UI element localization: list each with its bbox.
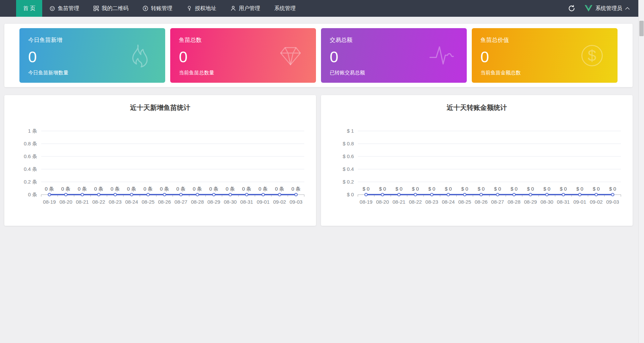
svg-text:09-02: 09-02 bbox=[273, 199, 286, 205]
stat-card-subtitle: 当前鱼苗总数量 bbox=[179, 70, 307, 76]
svg-text:¥: ¥ bbox=[144, 7, 147, 10]
stat-card-subtitle: 已转账交易总额 bbox=[330, 70, 458, 76]
nav-item-fish-fry-management[interactable]: 鱼苗管理 bbox=[42, 0, 86, 17]
svg-text:08-30: 08-30 bbox=[540, 199, 553, 205]
svg-text:0 条: 0 条 bbox=[275, 186, 284, 192]
svg-text:08-29: 08-29 bbox=[207, 199, 220, 205]
svg-text:0 条: 0 条 bbox=[45, 186, 54, 192]
svg-text:$ 0: $ 0 bbox=[395, 186, 402, 192]
svg-text:0 条: 0 条 bbox=[176, 186, 186, 192]
flame-icon bbox=[127, 43, 152, 68]
svg-text:09-03: 09-03 bbox=[289, 199, 302, 205]
line-chart-transfer-amount: $ 1$ 0.8$ 0.6$ 0.4$ 0.2$ 0$ 008-19$ 008-… bbox=[323, 121, 631, 229]
svg-text:0 条: 0 条 bbox=[193, 186, 202, 192]
nav-item-label: 转账管理 bbox=[151, 5, 172, 12]
nav-item-system-management[interactable]: 系统管理 bbox=[267, 0, 303, 17]
qrcode-icon bbox=[93, 5, 99, 11]
svg-text:08-25: 08-25 bbox=[458, 199, 471, 205]
svg-text:$ 0: $ 0 bbox=[511, 186, 518, 192]
svg-text:08-22: 08-22 bbox=[409, 199, 422, 205]
svg-text:$ 1: $ 1 bbox=[347, 128, 354, 134]
vertical-scrollbar[interactable] bbox=[638, 0, 644, 343]
nav-item-label: 我的二维码 bbox=[102, 5, 128, 12]
svg-text:0 条: 0 条 bbox=[292, 186, 301, 192]
svg-text:$ 0.8: $ 0.8 bbox=[343, 141, 354, 146]
svg-text:08-28: 08-28 bbox=[191, 199, 204, 205]
navbar-right: 系统管理员 bbox=[568, 0, 638, 17]
svg-text:$ 0: $ 0 bbox=[609, 186, 616, 192]
svg-text:0 条: 0 条 bbox=[28, 192, 37, 197]
svg-text:0 条: 0 条 bbox=[160, 186, 169, 192]
pulse-icon bbox=[429, 43, 454, 68]
svg-text:0 条: 0 条 bbox=[259, 186, 268, 192]
svg-text:08-25: 08-25 bbox=[142, 199, 154, 205]
svg-text:$ 0: $ 0 bbox=[363, 186, 370, 192]
svg-text:09-03: 09-03 bbox=[606, 199, 619, 205]
svg-text:0.8 条: 0.8 条 bbox=[24, 141, 37, 146]
user-menu[interactable]: 系统管理员 bbox=[585, 5, 630, 12]
svg-text:08-20: 08-20 bbox=[376, 199, 389, 205]
chart-title: 近十天转账金额统计 bbox=[321, 103, 633, 112]
stat-card-today-new-fry: 今日鱼苗新增 0 今日鱼苗新增数量 bbox=[19, 28, 165, 83]
stat-card-total-fry: 鱼苗总数 0 当前鱼苗总数量 bbox=[170, 28, 316, 83]
svg-text:0 条: 0 条 bbox=[143, 186, 153, 192]
dollar-circle-icon: $ bbox=[579, 43, 605, 68]
svg-text:$ 0.4: $ 0.4 bbox=[343, 166, 354, 172]
svg-text:0 条: 0 条 bbox=[78, 186, 87, 192]
nav-item-label: 授权地址 bbox=[195, 5, 216, 12]
svg-text:08-29: 08-29 bbox=[524, 199, 537, 205]
nav-item-my-qrcode[interactable]: 我的二维码 bbox=[86, 0, 135, 17]
svg-text:0 条: 0 条 bbox=[226, 186, 235, 192]
svg-text:0 条: 0 条 bbox=[94, 186, 104, 192]
svg-text:$ 0: $ 0 bbox=[347, 192, 354, 197]
svg-text:0 条: 0 条 bbox=[127, 186, 136, 192]
nav-item-label: 系统管理 bbox=[274, 5, 296, 12]
nav-item-home[interactable]: 首 页 bbox=[16, 0, 42, 17]
stat-card-subtitle: 今日鱼苗新增数量 bbox=[28, 70, 156, 76]
stat-cards-panel: 今日鱼苗新增 0 今日鱼苗新增数量 鱼苗总数 0 当前鱼苗总数量 交易总额 0 bbox=[4, 24, 633, 87]
svg-text:0.2 条: 0.2 条 bbox=[24, 179, 37, 185]
charts-row: 近十天新增鱼苗统计 1 条0.8 条0.6 条0.4 条0.2 条0 条0 条0… bbox=[4, 95, 633, 226]
diamond-icon bbox=[278, 43, 303, 68]
key-icon bbox=[186, 5, 192, 11]
svg-text:$ 0: $ 0 bbox=[593, 186, 600, 192]
svg-text:$ 0: $ 0 bbox=[527, 186, 534, 192]
svg-text:$ 0.6: $ 0.6 bbox=[343, 153, 354, 159]
svg-text:0 条: 0 条 bbox=[111, 186, 120, 192]
svg-text:08-21: 08-21 bbox=[76, 199, 88, 205]
yen-circle-icon: ¥ bbox=[142, 5, 148, 11]
top-navbar: 首 页 鱼苗管理 我的二维码 ¥ bbox=[0, 0, 638, 17]
nav-item-label: 鱼苗管理 bbox=[58, 5, 79, 12]
refresh-icon[interactable] bbox=[568, 5, 575, 12]
svg-text:09-01: 09-01 bbox=[573, 199, 586, 205]
username-label: 系统管理员 bbox=[595, 5, 622, 12]
nav-item-user-management[interactable]: 用户管理 bbox=[223, 0, 267, 17]
stat-card-total-transactions: 交易总额 0 已转账交易总额 bbox=[321, 28, 467, 83]
svg-text:08-27: 08-27 bbox=[491, 199, 504, 205]
svg-text:$ 0: $ 0 bbox=[412, 186, 419, 192]
svg-text:1 条: 1 条 bbox=[28, 128, 37, 134]
svg-text:08-23: 08-23 bbox=[426, 199, 438, 205]
svg-text:08-26: 08-26 bbox=[158, 199, 171, 205]
nav-item-transfer-management[interactable]: ¥ 转账管理 bbox=[135, 0, 179, 17]
nav-item-authorized-address[interactable]: 授权地址 bbox=[179, 0, 223, 17]
scrollbar-thumb[interactable] bbox=[639, 21, 644, 36]
svg-text:08-27: 08-27 bbox=[175, 199, 187, 205]
chart-panel-transfer-amount: 近十天转账金额统计 $ 1$ 0.8$ 0.6$ 0.4$ 0.2$ 0$ 00… bbox=[321, 95, 633, 226]
svg-text:08-19: 08-19 bbox=[43, 199, 56, 205]
svg-text:08-21: 08-21 bbox=[392, 199, 405, 205]
svg-text:08-22: 08-22 bbox=[92, 199, 105, 205]
svg-text:08-24: 08-24 bbox=[442, 199, 455, 205]
chevron-up-icon bbox=[625, 7, 630, 10]
svg-text:08-31: 08-31 bbox=[557, 199, 570, 205]
nav-item-label: 用户管理 bbox=[239, 5, 260, 12]
svg-text:$ 0: $ 0 bbox=[461, 186, 468, 192]
svg-text:$ 0: $ 0 bbox=[560, 186, 567, 192]
stat-card-total-fry-value: 鱼苗总价值 0 当前鱼苗金额总数 $ bbox=[472, 28, 618, 83]
svg-text:0.6 条: 0.6 条 bbox=[24, 153, 37, 159]
page-content: 今日鱼苗新增 0 今日鱼苗新增数量 鱼苗总数 0 当前鱼苗总数量 交易总额 0 bbox=[0, 24, 638, 226]
svg-text:0 条: 0 条 bbox=[242, 186, 252, 192]
stat-card-subtitle: 当前鱼苗金额总数 bbox=[480, 70, 609, 76]
svg-text:$: $ bbox=[588, 47, 596, 64]
svg-text:09-01: 09-01 bbox=[257, 199, 269, 205]
